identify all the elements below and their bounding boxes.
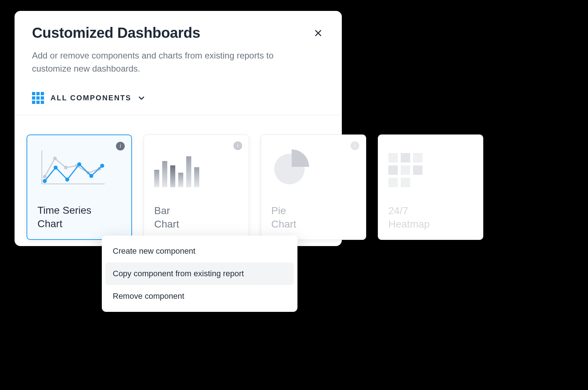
svg-point-10 (89, 174, 93, 178)
card-title-line2: Heatmap (388, 218, 430, 230)
card-title-line1: Bar (154, 205, 170, 216)
modal-title: Customized Dashboards (32, 25, 200, 41)
card-title: 24/7 Heatmap (388, 204, 473, 231)
menu-item-create[interactable]: Create new component (105, 240, 294, 262)
time-series-icon (37, 144, 121, 188)
card-title-line1: 24/7 (388, 205, 408, 216)
grid-icon (32, 92, 44, 104)
close-button[interactable] (312, 27, 324, 39)
component-card-strip: i T (27, 134, 587, 251)
card-title-line2: Chart (271, 218, 296, 230)
card-title: Time Series Chart (37, 204, 121, 230)
bar-chart-icon (154, 144, 239, 187)
svg-point-1 (53, 157, 57, 160)
heatmap-icon (388, 144, 473, 187)
title-row: Customized Dashboards (32, 25, 324, 41)
svg-point-11 (100, 164, 104, 168)
svg-point-0 (43, 175, 47, 178)
pie-chart-icon (271, 144, 356, 187)
card-title-line1: Time Series (37, 205, 91, 216)
card-title-line2: Chart (154, 218, 179, 230)
svg-point-6 (43, 179, 47, 183)
card-title-line1: Pie (271, 205, 286, 216)
svg-point-8 (65, 178, 69, 182)
card-heatmap[interactable]: 24/7 Heatmap (378, 134, 483, 240)
menu-item-copy[interactable]: Copy component from existing report (105, 262, 294, 285)
svg-point-2 (64, 166, 68, 169)
modal-header: Customized Dashboards Add or remove comp… (15, 11, 342, 75)
card-pie-chart[interactable]: i Pie Chart (261, 134, 366, 240)
card-time-series-chart[interactable]: i T (27, 134, 132, 240)
card-title: Pie Chart (271, 204, 356, 231)
card-bar-chart[interactable]: i Bar Chart (144, 134, 249, 240)
modal-subtitle: Add or remove components and charts from… (32, 49, 301, 75)
component-filter[interactable]: ALL COMPONENTS (15, 75, 342, 115)
card-title-line2: Chart (37, 218, 62, 229)
context-menu: Create new component Copy component from… (102, 236, 297, 312)
svg-point-7 (54, 166, 58, 170)
svg-point-9 (77, 162, 81, 166)
info-icon[interactable]: i (351, 141, 359, 150)
close-icon (314, 29, 322, 37)
chevron-down-icon (138, 95, 145, 102)
card-title: Bar Chart (154, 204, 239, 231)
info-icon[interactable]: i (116, 142, 125, 150)
info-icon[interactable]: i (233, 141, 242, 150)
menu-item-remove[interactable]: Remove component (105, 285, 294, 307)
filter-label: ALL COMPONENTS (51, 94, 131, 102)
